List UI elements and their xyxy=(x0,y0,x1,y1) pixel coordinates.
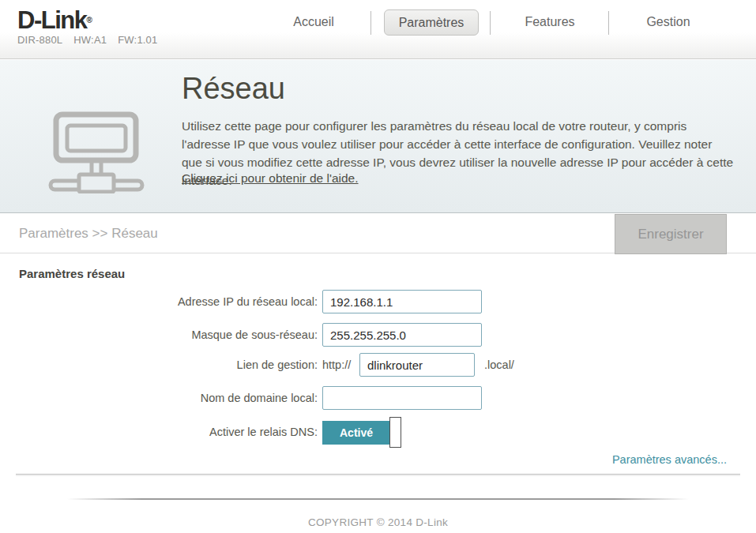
lan-ip-label: Adresse IP du réseau local: xyxy=(17,290,318,313)
footer-divider xyxy=(67,498,689,500)
form-row-lan-ip: Adresse IP du réseau local: xyxy=(0,290,756,313)
form-row-management-link: Lien de gestion: http:// .local/ xyxy=(0,353,756,377)
domain-name-label: Nom de domaine local: xyxy=(17,386,318,410)
form-row-subnet-mask: Masque de sous-réseau: xyxy=(0,323,756,347)
subnet-mask-input[interactable] xyxy=(322,323,482,347)
help-link[interactable]: Cliquez ici pour obtenir de l'aide. xyxy=(182,171,359,186)
dns-relay-label: Activer le relais DNS: xyxy=(17,420,318,444)
nav-separator xyxy=(490,11,491,35)
nav-separator xyxy=(608,11,609,35)
advanced-settings-link[interactable]: Paramètres avancés... xyxy=(612,453,727,466)
logo-text: D-Link® xyxy=(17,9,168,32)
device-fw-version: FW:1.01 xyxy=(118,34,157,46)
device-model-line: DIR-880LHW:A1FW:1.01 xyxy=(17,34,168,46)
network-computer-icon xyxy=(46,111,147,197)
breadcrumb: Paramètres >> Réseau xyxy=(19,214,158,253)
breadcrumb-toolbar: Paramètres >> Réseau Enregistrer xyxy=(0,214,756,253)
subnet-mask-label: Masque de sous-réseau: xyxy=(17,323,318,347)
local-suffix: .local/ xyxy=(484,353,514,377)
dlink-logo: D-Link® DIR-880LHW:A1FW:1.01 xyxy=(17,9,168,46)
http-prefix: http:// xyxy=(322,353,351,377)
nav-tab-accueil[interactable]: Accueil xyxy=(266,15,361,29)
app-header: D-Link® DIR-880LHW:A1FW:1.01 Accueil Par… xyxy=(0,0,756,59)
device-hw-version: HW:A1 xyxy=(73,34,107,46)
lan-ip-input[interactable] xyxy=(322,290,482,313)
management-link-input[interactable] xyxy=(359,353,475,377)
save-button[interactable]: Enregistrer xyxy=(615,214,727,254)
nav-tab-gestion[interactable]: Gestion xyxy=(621,15,716,29)
nav-tab-parametres[interactable]: Paramètres xyxy=(384,9,479,36)
nav-separator xyxy=(370,11,371,35)
router-admin-page: D-Link® DIR-880LHW:A1FW:1.01 Accueil Par… xyxy=(0,0,756,533)
form-row-domain-name: Nom de domaine local: xyxy=(0,386,756,410)
page-hero: Réseau Utilisez cette page pour configur… xyxy=(0,60,756,213)
dns-relay-toggle[interactable]: Activé xyxy=(322,421,390,445)
section-divider xyxy=(16,474,740,476)
section-title: Paramètres réseau xyxy=(19,267,125,280)
copyright-text: COPYRIGHT © 2014 D-Link xyxy=(0,516,756,528)
toggle-state-label: Activé xyxy=(322,421,390,445)
nav-tab-features[interactable]: Features xyxy=(502,15,597,29)
registered-mark: ® xyxy=(86,16,91,24)
management-link-label: Lien de gestion: xyxy=(17,353,318,377)
device-model: DIR-880L xyxy=(17,34,62,46)
page-title: Réseau xyxy=(182,72,285,106)
domain-name-input[interactable] xyxy=(322,386,482,410)
form-row-dns-relay: Activer le relais DNS: Activé xyxy=(0,420,756,444)
toggle-handle[interactable] xyxy=(389,417,401,448)
